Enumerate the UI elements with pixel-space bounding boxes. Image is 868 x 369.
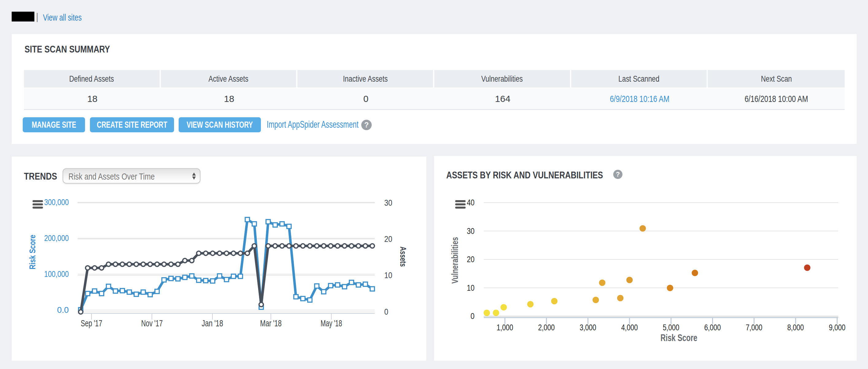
- svg-text:300,000: 300,000: [44, 197, 69, 207]
- svg-text:May '18: May '18: [321, 318, 342, 328]
- svg-text:Risk Score: Risk Score: [28, 235, 37, 270]
- svg-text:Assets: Assets: [398, 247, 408, 267]
- svg-text:40: 40: [467, 198, 474, 207]
- svg-text:8,000: 8,000: [787, 322, 804, 332]
- svg-text:3,000: 3,000: [580, 322, 596, 332]
- svg-text:0: 0: [384, 307, 388, 316]
- svg-text:30: 30: [384, 198, 392, 208]
- svg-text:20: 20: [384, 234, 392, 244]
- svg-text:0.0: 0.0: [57, 305, 69, 315]
- svg-text:0: 0: [470, 311, 474, 321]
- svg-text:2,000: 2,000: [538, 322, 555, 332]
- svg-text:200,000: 200,000: [44, 233, 69, 243]
- svg-text:Mar '18: Mar '18: [260, 318, 282, 328]
- svg-text:Jan '18: Jan '18: [202, 318, 223, 328]
- svg-text:30: 30: [467, 226, 474, 236]
- svg-text:6,000: 6,000: [704, 322, 721, 332]
- svg-text:5,000: 5,000: [663, 322, 679, 332]
- svg-text:7,000: 7,000: [746, 322, 763, 332]
- svg-text:10: 10: [384, 271, 392, 280]
- svg-text:10: 10: [467, 283, 474, 293]
- svg-text:9,000: 9,000: [829, 322, 845, 332]
- svg-text:4,000: 4,000: [621, 322, 638, 332]
- svg-text:20: 20: [467, 254, 474, 264]
- svg-text:Nov '17: Nov '17: [141, 318, 163, 328]
- svg-text:1,000: 1,000: [497, 322, 513, 332]
- svg-text:Vulnerabilities: Vulnerabilities: [450, 237, 460, 284]
- svg-text:100,000: 100,000: [44, 269, 69, 279]
- svg-text:Sep '17: Sep '17: [81, 318, 102, 328]
- svg-text:Risk Score: Risk Score: [660, 333, 698, 343]
